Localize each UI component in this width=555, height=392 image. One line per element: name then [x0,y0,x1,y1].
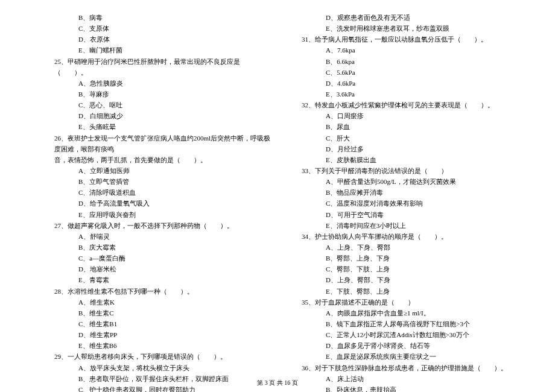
q28: 28、水溶性维生素不包括下列哪一种（ ）。 [54,286,271,297]
left-column: B、病毒 C、支原体 D、衣原体 E、幽门螺杆菌 25、甲硝唑用于治疗阿米巴性肝… [54,12,271,392]
q34-opt-e: E、下肢、臀部、上身 [302,286,519,297]
q33-opt-e: E、消毒时间应在3小时以上 [302,220,519,231]
q28-opt-b: B、维生素C [54,308,271,318]
q33-opt-d: D、可用于空气消毒 [302,209,519,220]
q25-opt-e: E、头痛眩晕 [54,121,271,132]
q27: 27、做超声雾化吸入时，一般不选择下列那种药物（ ）。 [54,220,271,231]
right-column: D、观察患者面色及有无不适 E、洗发时用棉球塞患者双耳，纱布盖双眼 31、给予病… [302,12,519,392]
q27-opt-b: B、庆大霉素 [54,242,271,253]
q33: 33、下列关于甲醛消毒剂的说法错误的是（ ） [302,165,519,176]
q26-opt-a: A、立即通知医师 [54,165,271,176]
page-footer: 第 3 页 共 16 页 [0,379,555,387]
q34: 34、护士协助病人向平车挪动的顺序是（ ）。 [302,231,519,242]
q27-opt-e: E、青霉素 [54,274,271,285]
q33-opt-c: C、温度和湿度对消毒效果有影响 [302,198,519,209]
q25-opt-b: B、荨麻疹 [54,89,271,100]
q35: 35、对于血尿描述不正确的是（ ） [302,297,519,308]
q26-opt-b: B、立即气管插管 [54,176,271,187]
q35-opt-c: C、正常人12小时尿沉渣Addis计数红细胞>30万个 [302,329,519,340]
q28-opt-c: C、维生素B1 [54,318,271,329]
q26-opt-e: E、应用呼吸兴奋剂 [54,209,271,220]
q28-opt-e: E、维生素B6 [54,340,271,351]
content-columns: B、病毒 C、支原体 D、衣原体 E、幽门螺杆菌 25、甲硝唑用于治疗阿米巴性肝… [54,12,519,392]
q26: 26、夜班护士发现一个支气管扩张症病人咯血约200ml后突然中断，呼吸极度困难，… [54,133,271,154]
q33-opt-b: B、物品应摊开消毒 [302,187,519,198]
q34-opt-d: D、上身、臀部、下身 [302,274,519,285]
q32-opt-a: A、口周瘀疹 [302,110,519,121]
q32-opt-d: D、月经过多 [302,144,519,154]
q30-opt-d: D、观察患者面色及有无不适 [302,12,519,23]
q24-opt-b: B、病毒 [54,12,271,23]
q32: 32、特发血小板减少性紫癜护理体检可见的主要表现是（ ）。 [302,100,519,110]
q25-opt-c: C、恶心、呕吐 [54,100,271,110]
q34-opt-a: A、上身、下身、臀部 [302,242,519,253]
q24-opt-e: E、幽门螺杆菌 [54,45,271,55]
q26-cont: 音，表情恐怖，两手乱抓，首先要做的是（ ）。 [54,154,271,165]
q31-opt-e: E、3.6kPa [302,89,519,100]
q29: 29、一人帮助患者移向床头，下列哪项是错误的（ ）。 [54,351,271,362]
q32-opt-e: E、皮肤黏膜出血 [302,154,519,165]
q25-opt-d: D、白细胞减少 [54,110,271,121]
q31-opt-b: B、6.6kpa [302,56,519,67]
q27-opt-d: D、地塞米松 [54,264,271,274]
q24-opt-c: C、支原体 [54,23,271,34]
q26-opt-d: D、给予高流量氧气吸入 [54,198,271,209]
q31-opt-a: A、7.6kpa [302,45,519,55]
q32-opt-b: B、尿血 [302,121,519,132]
q31-opt-d: D、4.6kPa [302,78,519,89]
q25: 25、甲硝唑用于治疗阿米巴性肝脓肿时，最常出现的不良反应是（ ）。 [54,56,271,78]
q31: 31、给予病人用氧指征，一般应以动脉血氧分压低于（ ）。 [302,34,519,45]
q36: 36、对于下肢急性深静脉血栓形成患者，正确的护理措施是（ ）。 [302,362,519,373]
q31-opt-c: C、5.6kPa [302,67,519,78]
q28-opt-a: A、维生素K [54,297,271,308]
q33-opt-a: A、甲醛含量达到500g/L，才能达到灭菌效果 [302,176,519,187]
q28-opt-d: D、维生素PP [54,329,271,340]
q35-opt-e: E、血尿是泌尿系统疾病主要症状之一 [302,351,519,362]
q27-opt-c: C、a—糜蛋白酶 [54,253,271,264]
q27-opt-a: A、舒喘灵 [54,231,271,242]
q35-opt-d: D、血尿多见于肾小球肾炎、结石等 [302,340,519,351]
q32-opt-c: C、肝大 [302,133,519,144]
q34-opt-b: B、臀部、上身、下身 [302,253,519,264]
q30-opt-e: E、洗发时用棉球塞患者双耳，纱布盖双眼 [302,23,519,34]
q35-opt-b: B、镜下血尿指正常人尿每高倍视野下红细胞>3个 [302,318,519,329]
q26-opt-c: C、清除呼吸道积血 [54,187,271,198]
q29-opt-a: A、放平床头支架，将枕头横立于床头 [54,362,271,373]
q25-opt-a: A、急性胰腺炎 [54,78,271,89]
q35-opt-a: A、肉眼血尿指尿中含血量≥1 ml/I。 [302,308,519,318]
q24-opt-d: D、衣原体 [54,34,271,45]
q34-opt-c: C、臀部、下肢、上身 [302,264,519,274]
